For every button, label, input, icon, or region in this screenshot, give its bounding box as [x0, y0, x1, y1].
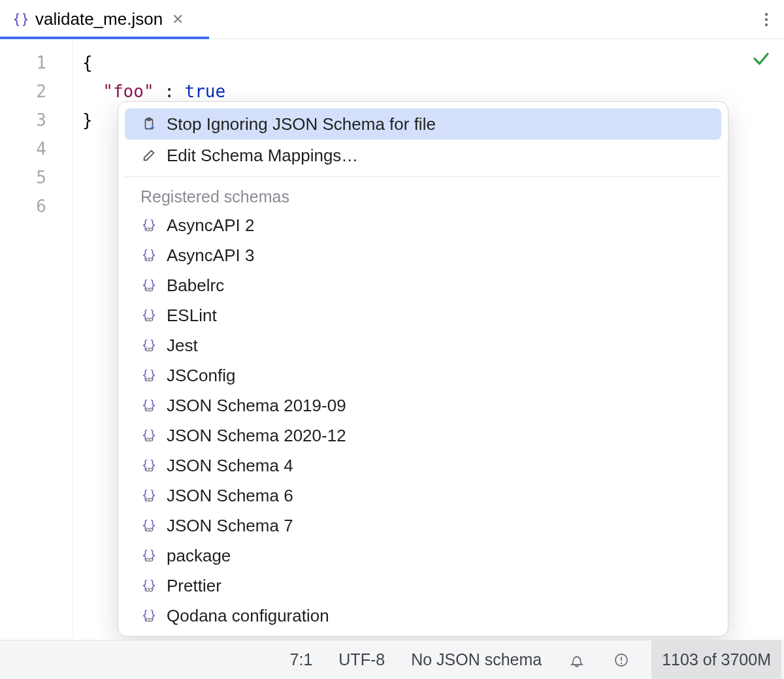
tab-bar: validate_me.json ✕	[0, 0, 784, 39]
svg-point-9	[146, 288, 149, 291]
svg-point-5	[146, 228, 149, 230]
schema-item-label: JSON Schema 2019-09	[167, 396, 346, 416]
schema-item-label: Qodana configuration	[167, 606, 329, 626]
action-label: Edit Schema Mappings…	[167, 146, 358, 166]
schema-icon	[140, 308, 157, 323]
schema-item[interactable]: AsyncAPI 2	[125, 210, 721, 240]
memory-label: 1103 of 3700M	[662, 650, 771, 669]
schema-item[interactable]: Jest	[125, 330, 721, 360]
svg-point-27	[146, 558, 149, 561]
edit-schema-mappings-action[interactable]: Edit Schema Mappings…	[125, 140, 721, 171]
line-number: 2	[0, 77, 73, 106]
schema-icon	[140, 218, 157, 232]
schema-item-label: Jest	[167, 336, 198, 356]
status-bar: 7:1 UTF-8 No JSON schema 1103 of 3700M	[0, 640, 784, 679]
svg-point-13	[146, 348, 149, 351]
schema-item-label: JSON Schema 2020-12	[167, 426, 346, 446]
code-token: {	[82, 53, 93, 72]
svg-point-6	[150, 228, 152, 230]
schema-icon	[140, 248, 157, 262]
svg-point-20	[150, 438, 152, 441]
schema-icon	[140, 338, 157, 353]
schema-item[interactable]: Prettier	[125, 571, 721, 601]
code-token: true	[185, 82, 226, 101]
schema-item-label: Babelrc	[167, 276, 224, 296]
tab-options-icon[interactable]	[764, 12, 768, 27]
svg-point-34	[621, 662, 622, 663]
json-file-icon	[13, 12, 29, 27]
tab-filename: validate_me.json	[35, 9, 163, 29]
schema-item[interactable]: JSON Schema 4	[125, 450, 721, 481]
schema-cell[interactable]: No JSON schema	[406, 640, 547, 679]
tab-close-button[interactable]: ✕	[169, 11, 186, 28]
svg-point-14	[150, 348, 152, 351]
popup-separator	[125, 176, 721, 177]
schema-item[interactable]: JSON Schema 2019-09	[125, 390, 721, 420]
memory-indicator[interactable]: 1103 of 3700M	[651, 640, 781, 679]
line-number: 5	[0, 163, 73, 192]
svg-point-2	[765, 23, 768, 25]
schema-item[interactable]: JSConfig	[125, 360, 721, 390]
schema-icon	[140, 548, 157, 563]
svg-point-28	[150, 558, 152, 561]
svg-point-30	[150, 588, 152, 591]
schema-icon	[140, 608, 157, 623]
inspection-ok-icon[interactable]	[751, 49, 771, 69]
schema-icon	[140, 278, 157, 292]
notifications-icon[interactable]	[563, 640, 591, 679]
schema-item-label: JSON Schema 6	[167, 486, 293, 506]
schema-icon	[140, 398, 157, 413]
encoding-cell[interactable]: UTF-8	[333, 640, 390, 679]
svg-point-16	[150, 378, 152, 381]
line-number-gutter: 1 2 3 4 5 6	[0, 39, 73, 639]
svg-point-15	[146, 378, 149, 381]
schema-icon	[140, 428, 157, 443]
line-number: 1	[0, 48, 73, 77]
encoding-label: UTF-8	[338, 650, 385, 669]
code-token: "foo"	[103, 82, 154, 101]
svg-point-10	[150, 288, 152, 291]
problems-icon[interactable]	[607, 640, 636, 679]
svg-point-8	[150, 258, 152, 261]
schema-item[interactable]: Babelrc	[125, 270, 721, 300]
svg-point-26	[150, 528, 152, 531]
schema-item-label: package	[167, 546, 231, 566]
schema-label: No JSON schema	[411, 650, 542, 669]
svg-point-12	[150, 318, 152, 321]
schema-item[interactable]: JSON Schema 2020-12	[125, 420, 721, 450]
code-token: }	[82, 110, 93, 130]
schema-item-label: JSON Schema 4	[167, 456, 293, 476]
schema-icon	[140, 368, 157, 383]
schema-item-label: JSConfig	[167, 366, 236, 386]
svg-point-22	[150, 468, 152, 471]
svg-point-24	[150, 498, 152, 501]
svg-point-18	[150, 408, 152, 411]
action-label: Stop Ignoring JSON Schema for file	[167, 114, 436, 134]
schema-item[interactable]: package	[125, 541, 721, 571]
svg-point-0	[765, 12, 768, 15]
schema-item[interactable]: JSON Schema 7	[125, 511, 721, 541]
schema-item[interactable]: ESLint	[125, 300, 721, 330]
line-number: 6	[0, 192, 73, 221]
schema-icon	[140, 488, 157, 503]
svg-point-31	[146, 618, 149, 621]
svg-point-25	[146, 528, 149, 531]
svg-point-29	[146, 588, 149, 591]
svg-point-23	[146, 498, 149, 501]
svg-point-32	[150, 618, 152, 621]
schema-icon	[140, 518, 157, 533]
schema-item-label: AsyncAPI 2	[167, 215, 254, 236]
stop-ignoring-schema-action[interactable]: Stop Ignoring JSON Schema for file	[125, 108, 721, 140]
line-number: 4	[0, 134, 73, 163]
schema-item[interactable]: AsyncAPI 3	[125, 240, 721, 270]
caret-position-cell[interactable]: 7:1	[285, 640, 318, 679]
svg-point-21	[146, 468, 149, 471]
schema-popup: Stop Ignoring JSON Schema for file Edit …	[118, 101, 728, 637]
schema-icon	[140, 458, 157, 473]
schema-item[interactable]: Qodana configuration	[125, 601, 721, 631]
clipboard-add-icon	[140, 117, 157, 131]
caret-position: 7:1	[290, 650, 313, 669]
pencil-icon	[140, 148, 157, 163]
editor-tab[interactable]: validate_me.json ✕	[0, 0, 199, 39]
schema-item[interactable]: JSON Schema 6	[125, 481, 721, 511]
